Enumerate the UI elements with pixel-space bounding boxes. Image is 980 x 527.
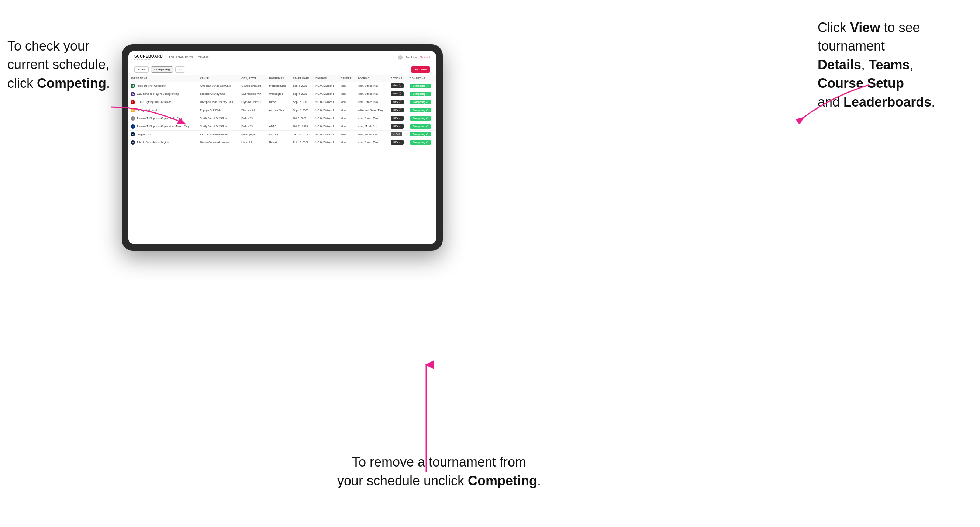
cell-city: Grand Haven, MI — [239, 82, 267, 90]
col-city: CITY, STATE — [239, 75, 267, 82]
cell-gender: Men — [338, 90, 355, 98]
nav-links: TOURNAMENTS TEAMS — [169, 56, 392, 59]
competing-button[interactable]: Competing ✓ — [410, 116, 431, 121]
nav-tournaments[interactable]: TOURNAMENTS — [169, 56, 193, 59]
brand: SCOREBOARD Powered by clipp — [134, 55, 163, 60]
cell-scoring: team, Stroke Play — [355, 98, 388, 106]
cell-city: Dallas, TX — [239, 114, 267, 122]
annotation-line2: current schedule, — [7, 57, 109, 72]
cell-date: Oct 9, 2023 — [291, 114, 313, 122]
cell-date: Sep 18, 2023 — [291, 106, 313, 114]
edit-button[interactable]: ✏ Edit — [391, 132, 402, 137]
filter-competing[interactable]: Competing — [151, 67, 173, 73]
annotation-top-left: To check your current schedule, click Co… — [7, 37, 140, 92]
cell-division: NCAA Division I — [313, 114, 338, 122]
cell-actions: View ⓘ — [388, 114, 408, 122]
cell-gender: Men — [338, 98, 355, 106]
filter-all[interactable]: All — [175, 67, 185, 73]
cell-gender: Men — [338, 130, 355, 138]
cell-competing: Competing ✓ — [408, 138, 436, 146]
cell-hosted: Illinois — [267, 98, 291, 106]
cell-competing: Competing ✓ — [408, 106, 436, 114]
cell-actions: View ⓘ — [388, 138, 408, 146]
cell-gender: Men — [338, 122, 355, 130]
signout-link[interactable]: Sign out — [420, 56, 430, 59]
cell-actions: View ⓘ — [388, 90, 408, 98]
view-button[interactable]: View ⓘ — [391, 140, 404, 144]
competing-button[interactable]: Competing ✓ — [410, 140, 431, 144]
cell-date: Feb 15, 2024 — [291, 138, 313, 146]
annotation-line3: click — [7, 76, 37, 91]
cell-hosted: Arizona — [267, 130, 291, 138]
competing-button[interactable]: Competing ✓ — [410, 124, 431, 129]
cell-competing: Competing ✓ — [408, 122, 436, 130]
cell-hosted — [267, 114, 291, 122]
col-actions: ACTIONS — [388, 75, 408, 82]
competing-button[interactable]: Competing ✓ — [410, 92, 431, 96]
arrow-right-to-view — [795, 81, 869, 125]
annotation-line1: To check your — [7, 38, 89, 54]
cell-competing: Competing ✓ — [408, 114, 436, 122]
col-competing: COMPETING — [408, 75, 436, 82]
brand-sub: Powered by clipp — [134, 58, 163, 60]
col-hosted: HOSTED BY — [267, 75, 291, 82]
cell-date: Oct 11, 2023 — [291, 122, 313, 130]
view-button[interactable]: View ⓘ — [391, 92, 404, 96]
cell-event-name: M Folds of Honor Collegiate — [129, 82, 198, 90]
cell-competing: Competing ✓ — [408, 90, 436, 98]
cell-scoring: team, Match Play — [355, 122, 388, 130]
cell-venue: Olympia Fields Country Club — [198, 98, 239, 106]
ann-tr-details: Details — [818, 57, 861, 72]
brand-title: SCOREBOARD — [134, 55, 163, 58]
cell-venue: Trinity Forest Golf Club — [198, 114, 239, 122]
cell-city: Lihue, HI — [239, 138, 267, 146]
table-row: H John A. Burns Intercollegiate Ocean Co… — [129, 138, 436, 146]
col-date: START DATE — [291, 75, 313, 82]
arrow-bottom-up — [423, 361, 430, 472]
event-name-text: Folds of Honor Collegiate — [137, 84, 165, 87]
ann-b-1: To remove a tournament from — [352, 454, 526, 470]
col-event-name: EVENT NAME — [129, 75, 198, 82]
competing-button[interactable]: Competing ✓ — [410, 132, 431, 137]
nav-right: Test User Sign out — [398, 55, 430, 60]
cell-actions: View ⓘ — [388, 98, 408, 106]
annotation-competing-bold: Competing — [37, 76, 106, 91]
view-button[interactable]: View ⓘ — [391, 100, 404, 104]
ann-tr-1: Click — [818, 20, 850, 35]
cell-venue: Ak-Chin Southern Dunes — [198, 130, 239, 138]
view-button[interactable]: View ⓘ — [391, 83, 404, 88]
cell-hosted: Michigan State — [267, 82, 291, 90]
team-logo: H — [130, 140, 135, 144]
view-button[interactable]: View ⓘ — [391, 108, 404, 113]
team-logo: M — [130, 84, 135, 88]
cell-competing: Competing ✓ — [408, 82, 436, 90]
cell-actions: View ⓘ — [388, 122, 408, 130]
competing-button[interactable]: Competing ✓ — [410, 108, 431, 113]
cell-division: NCAA Division I — [313, 138, 338, 146]
event-name-text: Copper Cup — [137, 133, 151, 136]
ann-tr-view: View — [850, 20, 880, 35]
cell-date: Jan 14, 2024 — [291, 130, 313, 138]
nav-teams[interactable]: TEAMS — [198, 56, 209, 59]
view-button[interactable]: View ⓘ — [391, 124, 404, 129]
filter-home[interactable]: Home — [134, 67, 149, 73]
cell-event-name: H John A. Burns Intercollegiate — [129, 138, 198, 146]
cell-city: Dallas, TX — [239, 122, 267, 130]
cell-scoring: team, Stroke Play — [355, 90, 388, 98]
cell-scoring: team, Stroke Play — [355, 82, 388, 90]
cell-scoring: individual, Stroke Play — [355, 106, 388, 114]
cell-scoring: team, Stroke Play — [355, 114, 388, 122]
view-button[interactable]: View ⓘ — [391, 116, 404, 121]
annotation-bottom: To remove a tournament from your schedul… — [310, 453, 568, 490]
competing-button[interactable]: Competing ✓ — [410, 100, 431, 104]
competing-button[interactable]: Competing ✓ — [410, 84, 431, 88]
ann-tr-2: to see — [880, 20, 920, 35]
cell-hosted: Hawaii — [267, 138, 291, 146]
cell-scoring: team, Stroke Play — [355, 138, 388, 146]
cell-scoring: team, Match Play — [355, 130, 388, 138]
cell-division: NCAA Division I — [313, 106, 338, 114]
cell-date: Sep 4, 2023 — [291, 82, 313, 90]
ann-b-competing: Competing — [468, 473, 537, 488]
create-button[interactable]: + Create — [411, 67, 430, 73]
cell-venue: Trinity Forest Golf Club — [198, 122, 239, 130]
